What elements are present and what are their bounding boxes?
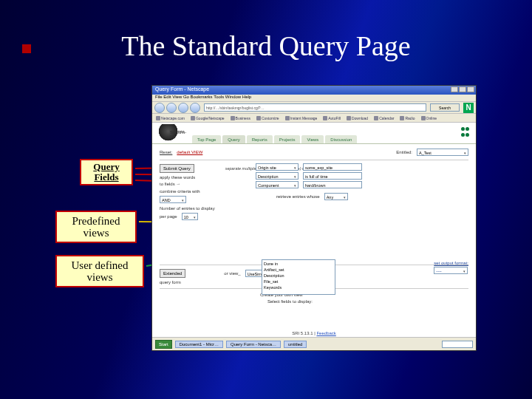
tab-top-page[interactable]: Top Page xyxy=(192,135,221,143)
annotation-user-defined-views: User defined views xyxy=(55,255,144,287)
task-item[interactable]: untitled xyxy=(284,341,307,348)
titlebar: Query Form - Netscape xyxy=(152,86,476,95)
bookmark-link[interactable]: AutoFill xyxy=(323,116,341,120)
field-value-input[interactable]: is full of time xyxy=(303,172,362,180)
bookmark-icon xyxy=(323,116,327,120)
list-item[interactable]: Description xyxy=(264,273,333,279)
field-select[interactable]: Description xyxy=(256,172,299,180)
bookmark-icon xyxy=(231,116,235,120)
tab-views[interactable]: Views xyxy=(301,135,324,143)
entitled-select[interactable]: A_Test xyxy=(417,149,468,156)
perpage-label: per page xyxy=(160,214,177,219)
bookmark-link[interactable]: Online xyxy=(421,116,437,120)
paw-icon xyxy=(461,127,471,137)
url-input[interactable]: http://…/sbin/taskmgr/buglist.cgi?… xyxy=(204,103,426,112)
bookmark-icon xyxy=(374,116,378,120)
search-button[interactable]: Search xyxy=(430,103,460,112)
list-item[interactable]: File_set xyxy=(264,279,333,284)
browser-window: Query Form - Netscape File Edit View Go … xyxy=(151,85,477,351)
page-footer: SRI 5.13.1 | Feedback xyxy=(152,331,476,335)
bookmark-link[interactable]: Customize xyxy=(256,116,279,120)
close-button[interactable] xyxy=(467,86,474,92)
nav-toolbar: http://…/sbin/taskmgr/buglist.cgi?… Sear… xyxy=(152,102,476,114)
minimize-button[interactable] xyxy=(451,86,458,92)
bookmark-icon xyxy=(191,116,195,120)
bookmark-icon xyxy=(400,116,404,120)
menubar[interactable]: File Edit View Go Bookmarks Tools Window… xyxy=(152,95,476,102)
or-view-label: or view_ xyxy=(224,271,240,276)
start-button[interactable]: Start xyxy=(155,340,172,349)
bookmark-link[interactable]: Download xyxy=(347,116,368,120)
bookmark-link[interactable]: Netscape.com xyxy=(156,116,185,120)
combine-select[interactable]: AND xyxy=(160,196,186,203)
list-item[interactable]: Keywords xyxy=(264,284,333,290)
entitled-label: Entitled: xyxy=(396,150,412,154)
reset-label: Reset: xyxy=(160,150,172,154)
output-format-block: set output format: ---- xyxy=(434,261,468,274)
forward-button[interactable] xyxy=(166,103,177,113)
select-fields-label: Select fields to display: xyxy=(267,299,313,304)
combine-label: combine criteria with xyxy=(160,189,200,194)
maximize-button[interactable] xyxy=(459,86,466,92)
within-label: retrieve entries whose xyxy=(276,194,320,199)
stop-button[interactable] xyxy=(190,103,200,113)
bookmark-icon xyxy=(347,116,351,120)
default-view-link[interactable]: default VIEW xyxy=(177,150,202,154)
field-value-input[interactable]: hard/brown xyxy=(303,181,362,188)
bookmark-link[interactable]: Business xyxy=(231,116,250,120)
field-select[interactable]: Component xyxy=(256,181,299,188)
query-tab-body: Reset: default VIEW Entitled: A_Test Sub… xyxy=(152,143,476,337)
output-format-select[interactable]: ---- xyxy=(434,267,468,274)
task-item[interactable]: Query Form - Netsca… xyxy=(226,341,281,348)
clock xyxy=(442,341,473,348)
bookmark-icon xyxy=(421,116,426,120)
tab-reports[interactable]: Reports xyxy=(247,135,273,143)
bookmark-link[interactable]: Radio xyxy=(400,116,415,120)
system-tray xyxy=(442,341,473,348)
apply-words-label: apply these words xyxy=(160,175,195,180)
page-content: Top Page Query Reports Projects Views Di… xyxy=(152,123,476,337)
annotation-query-fields: Query Fields xyxy=(80,159,133,185)
task-item[interactable]: Document1 - Micr… xyxy=(175,341,223,348)
slide-title: The Standard Query Page xyxy=(0,30,532,62)
list-item[interactable]: Artifact_set xyxy=(264,267,333,273)
query-form-label: query form xyxy=(160,280,181,284)
tab-projects[interactable]: Projects xyxy=(274,135,301,143)
tab-query[interactable]: Query xyxy=(222,135,245,143)
submit-query-button[interactable]: Submit Query xyxy=(160,164,194,173)
back-button[interactable] xyxy=(154,103,165,113)
taskbar: Start Document1 - Micr… Query Form - Net… xyxy=(152,337,476,350)
criteria-column: Origin site some_exp_site Description is… xyxy=(256,163,362,202)
extended-button[interactable]: Extended xyxy=(160,269,185,278)
bookmark-link[interactable]: Calendar xyxy=(374,116,394,120)
within-select[interactable]: Any xyxy=(324,193,348,200)
reload-button[interactable] xyxy=(178,103,188,113)
to-fields-label: to fields → xyxy=(160,182,197,186)
annotation-predefined-views: Predefined views xyxy=(55,211,137,243)
field-value-input[interactable]: some_exp_site xyxy=(303,163,362,171)
netscape-logo-icon: N xyxy=(463,103,474,113)
fields-listbox[interactable]: Done in Artifact_set Description File_se… xyxy=(262,259,335,295)
field-select[interactable]: Origin site xyxy=(256,163,299,171)
numlines-label: Number of entries to display xyxy=(160,206,215,211)
bookmark-icon xyxy=(156,116,160,120)
window-title: Query Form - Netscape xyxy=(155,86,209,92)
list-item[interactable]: Done in xyxy=(264,261,333,267)
feedback-link[interactable]: Feedback xyxy=(316,331,335,335)
bookmark-icon xyxy=(256,116,261,120)
perpage-select[interactable]: 10 xyxy=(182,213,198,220)
bookmark-link[interactable]: Google/Netscape xyxy=(191,116,225,120)
sherpa-logo-icon xyxy=(158,124,183,142)
bookmark-icon xyxy=(285,116,290,120)
bookmark-link[interactable]: Instant Message xyxy=(285,116,318,120)
output-format-label: set output format: xyxy=(434,261,468,265)
app-banner: Top Page Query Reports Projects Views Di… xyxy=(152,123,476,143)
tab-discussion[interactable]: Discussion xyxy=(325,135,357,143)
bookmarks-toolbar: Netscape.com Google/Netscape Business Cu… xyxy=(152,114,476,123)
